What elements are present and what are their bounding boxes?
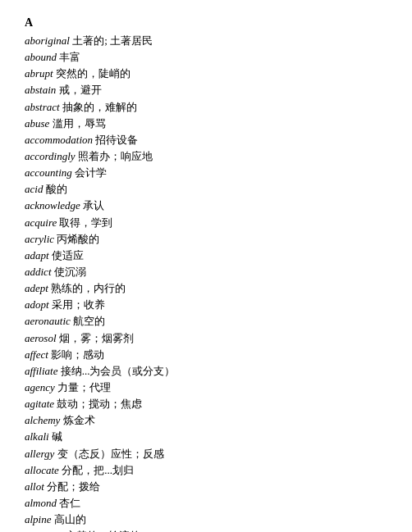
word-entry: affect 影响；感动 (25, 347, 387, 363)
word-entry: acknowledge 承认 (25, 198, 387, 214)
word-entry: abrupt 突然的，陡峭的 (25, 66, 387, 82)
word-definition: 承认 (80, 199, 104, 211)
word-entry: adopt 采用；收养 (25, 297, 387, 313)
word-term: agency (25, 381, 55, 393)
word-term: acknowledge (25, 199, 80, 211)
word-definition: 碱 (49, 430, 62, 443)
word-entry: accordingly 照着办；响应地 (25, 148, 387, 165)
word-entry: alkali 碱 (25, 429, 387, 445)
word-term: acrylic (25, 233, 54, 245)
word-term: affiliate (25, 365, 57, 377)
word-term: alkali (25, 430, 49, 443)
word-term: adopt (25, 298, 49, 311)
word-definition: 使沉溺 (52, 266, 86, 278)
word-definition: 航空的 (71, 315, 105, 327)
word-definition: 力量；代理 (55, 381, 111, 393)
word-definition: 鼓动；搅动；焦虑 (54, 398, 142, 410)
word-definition: 丰富 (57, 51, 80, 63)
word-entry: acid 酸的 (25, 181, 387, 198)
word-term: aboriginal (25, 34, 70, 47)
word-definition: 分配，把...划归 (59, 464, 134, 476)
word-term: abstain (25, 84, 56, 96)
word-definition: 抽象的，难解的 (60, 101, 137, 113)
word-definition: 杏仁 (57, 497, 80, 509)
word-definition: 酸的 (43, 183, 66, 195)
word-definition: 取得，学到 (57, 216, 112, 229)
word-definition: 突然的，陡峭的 (53, 67, 130, 80)
word-term: allocate (25, 464, 59, 476)
word-entry: allocate 分配，把...划归 (25, 462, 387, 479)
word-entry: accounting 会计学 (25, 165, 387, 181)
word-term: acquire (25, 216, 57, 229)
word-term: alchemy (25, 414, 60, 426)
word-entry: allot 分配；拨给 (25, 479, 387, 495)
word-entry: allergy 变（态反）应性；反感 (25, 446, 387, 462)
word-entry: affiliate 接纳...为会员（或分支） (25, 363, 387, 380)
section-container: A aboriginal 土著的; 土著居民abound 丰富abrupt 突然… (25, 16, 387, 532)
word-term: alpine (25, 513, 52, 525)
word-entry: alternate 交替的；轮流的 (25, 528, 387, 532)
word-term: allot (25, 480, 44, 493)
word-entry: accommodation 招待设备 (25, 132, 387, 148)
word-term: aeronautic (25, 315, 71, 327)
word-entry: aboriginal 土著的; 土著居民 (25, 33, 387, 49)
word-entry: acrylic 丙烯酸的 (25, 231, 387, 248)
word-term: accordingly (25, 150, 76, 162)
word-entry: abstain 戒，避开 (25, 82, 387, 98)
word-entry: adept 熟练的，内行的 (25, 280, 387, 297)
word-definition: 炼金术 (60, 414, 94, 426)
word-definition: 招待设备 (93, 134, 138, 146)
word-entry: aeronautic 航空的 (25, 313, 387, 330)
word-entry: aerosol 烟，雾；烟雾剂 (25, 330, 387, 347)
word-entry: addict 使沉溺 (25, 264, 387, 280)
word-entry: abound 丰富 (25, 49, 387, 66)
word-term: affect (25, 348, 48, 361)
word-entry: alpine 高山的 (25, 512, 387, 528)
word-entry: alchemy 炼金术 (25, 412, 387, 429)
word-definition: 高山的 (52, 513, 86, 525)
word-term: abrupt (25, 67, 53, 80)
word-term: allergy (25, 448, 54, 460)
word-entry: agitate 鼓动；搅动；焦虑 (25, 396, 387, 412)
word-definition: 熟练的，内行的 (48, 282, 126, 294)
word-term: acid (25, 183, 43, 195)
entries-list: aboriginal 土著的; 土著居民abound 丰富abrupt 突然的，… (25, 33, 387, 532)
word-term: abstract (25, 101, 60, 113)
word-entry: agency 力量；代理 (25, 380, 387, 396)
word-term: agitate (25, 398, 54, 410)
word-definition: 分配；拨给 (44, 480, 100, 493)
word-definition: 土著的; 土著居民 (70, 34, 153, 47)
word-entry: abstract 抽象的，难解的 (25, 99, 387, 116)
word-definition: 使适应 (49, 249, 84, 261)
word-term: abound (25, 51, 57, 63)
word-definition: 采用；收养 (49, 298, 105, 311)
word-definition: 接纳...为会员（或分支） (57, 365, 175, 377)
word-term: adept (25, 282, 48, 294)
word-term: aerosol (25, 332, 57, 344)
word-term: accommodation (25, 134, 93, 146)
word-term: adapt (25, 249, 49, 261)
word-definition: 滥用，辱骂 (49, 117, 105, 130)
word-term: accounting (25, 166, 72, 179)
word-entry: adapt 使适应 (25, 248, 387, 264)
word-definition: 丙烯酸的 (54, 233, 99, 245)
word-definition: 烟，雾；烟雾剂 (57, 332, 134, 344)
word-definition: 会计学 (72, 166, 107, 179)
word-entry: almond 杏仁 (25, 495, 387, 512)
word-definition: 变（态反）应性；反感 (54, 448, 163, 460)
word-term: addict (25, 266, 52, 278)
word-term: almond (25, 497, 57, 509)
word-entry: acquire 取得，学到 (25, 215, 387, 231)
word-term: abuse (25, 117, 49, 130)
section-header: A (25, 16, 387, 30)
word-definition: 戒，避开 (56, 84, 101, 96)
word-entry: abuse 滥用，辱骂 (25, 116, 387, 132)
word-definition: 照着办；响应地 (76, 150, 153, 162)
word-definition: 影响；感动 (48, 348, 104, 361)
